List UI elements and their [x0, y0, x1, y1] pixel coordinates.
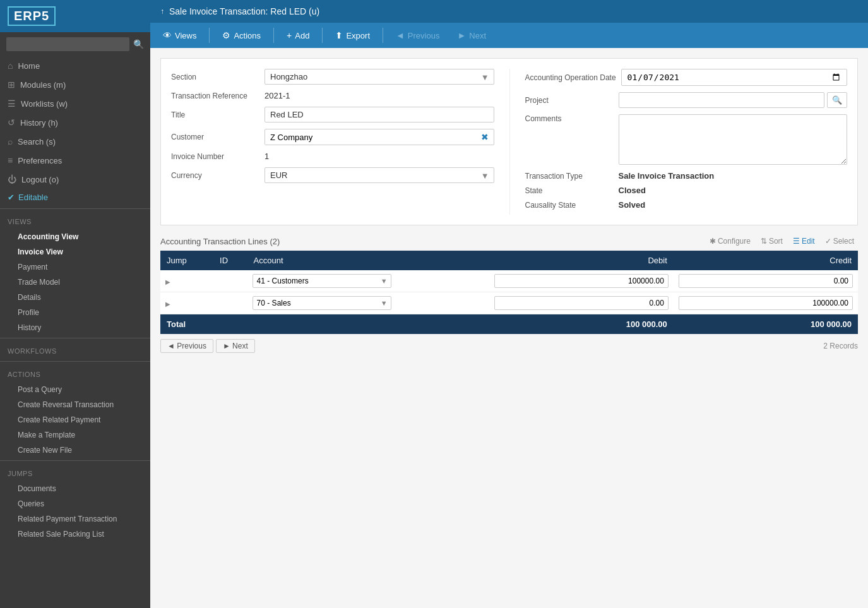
- row1-credit-input[interactable]: [679, 274, 853, 288]
- row2-arrow-icon[interactable]: ▶: [165, 301, 170, 307]
- toolbar-separator-4: [383, 28, 383, 43]
- pagination-buttons: ◄ Previous ► Next: [160, 339, 255, 353]
- row2-debit: [489, 292, 674, 314]
- project-search-button[interactable]: 🔍: [827, 92, 847, 108]
- row1-account-select[interactable]: 41 - Customers: [253, 274, 391, 288]
- export-button[interactable]: ⬆ Export: [328, 27, 378, 44]
- sidebar-item-related-payment[interactable]: Related Payment Transaction: [0, 511, 150, 527]
- accounting-section-title: Accounting Transaction Lines (2): [160, 237, 280, 246]
- total-row: Total 100 000.00 100 000.00: [160, 314, 858, 335]
- sidebar-item-logout-label: Logout (o): [21, 175, 59, 184]
- section-label: Section: [171, 73, 259, 81]
- sidebar-item-post-query[interactable]: Post a Query: [0, 382, 150, 397]
- views-icon: 👁: [163, 30, 172, 40]
- sort-icon: ⇅: [761, 237, 767, 246]
- sidebar-item-related-packing[interactable]: Related Sale Packing List: [0, 527, 150, 542]
- sidebar-item-trade-model[interactable]: Trade Model: [0, 275, 150, 290]
- customer-label: Customer: [171, 133, 259, 141]
- sidebar-item-details[interactable]: Details: [0, 290, 150, 305]
- previous-label: Previous: [408, 31, 440, 40]
- sidebar-item-logout[interactable]: ⏻ Logout (o): [0, 170, 150, 189]
- sidebar-item-history[interactable]: ↺ History (h): [0, 113, 150, 132]
- accounting-date-input[interactable]: [621, 69, 847, 86]
- total-debit: 100 000.00: [489, 314, 674, 335]
- actions-section-header: ACTIONS: [0, 367, 150, 382]
- sidebar-item-queries[interactable]: Queries: [0, 496, 150, 511]
- transaction-type-row: Transaction Type Sale Invoice Transactio…: [525, 171, 848, 181]
- sort-button[interactable]: ⇅ Sort: [757, 235, 787, 247]
- toolbar-separator-2: [273, 28, 274, 43]
- records-count: 2 Records: [823, 342, 858, 350]
- table-next-button[interactable]: ► Next: [216, 339, 255, 353]
- table-previous-button[interactable]: ◄ Previous: [160, 339, 213, 353]
- col-account: Account: [247, 251, 489, 270]
- invoice-number-row: Invoice Number 1: [171, 152, 494, 161]
- row1-arrow-icon[interactable]: ▶: [165, 278, 170, 285]
- sidebar-item-documents[interactable]: Documents: [0, 481, 150, 496]
- customer-clear-icon[interactable]: ✖: [476, 129, 494, 145]
- add-label: Add: [295, 31, 309, 40]
- sidebar-item-preferences-label: Preferences: [18, 156, 62, 165]
- state-row: State Closed: [525, 186, 848, 195]
- next-button[interactable]: ► Next: [449, 27, 494, 44]
- table-next-label: ► Next: [223, 342, 248, 350]
- sidebar-item-create-reversal[interactable]: Create Reversal Transaction: [0, 397, 150, 412]
- editable-item[interactable]: ✔ Editable: [0, 189, 150, 206]
- state-value: Closed: [619, 186, 646, 195]
- customer-input[interactable]: [265, 130, 476, 145]
- title-row: Title: [171, 107, 494, 122]
- configure-button[interactable]: ✱ Configure: [706, 235, 754, 247]
- comments-row: Comments: [525, 114, 848, 165]
- toolbar: 👁 Views ⚙ Actions + Add ⬆ Export ◄ Previ…: [150, 23, 868, 48]
- row1-debit-input[interactable]: [494, 274, 669, 288]
- currency-select-wrap: EUR ▼: [265, 167, 494, 183]
- search-nav-icon: ⌕: [8, 136, 13, 146]
- worklists-icon: ☰: [8, 98, 16, 109]
- sidebar-item-home[interactable]: ⌂ Home: [0, 56, 150, 75]
- sidebar-item-make-template[interactable]: Make a Template: [0, 427, 150, 443]
- row2-credit-input[interactable]: [679, 296, 853, 310]
- search-area: 🔍: [0, 32, 150, 56]
- transaction-type-label: Transaction Type: [525, 172, 614, 181]
- col-jump: Jump: [160, 251, 213, 270]
- title-input[interactable]: [265, 107, 494, 122]
- sidebar-item-search-label: Search (s): [18, 137, 56, 146]
- configure-label: Configure: [718, 237, 751, 246]
- row2-account-select[interactable]: 70 - Sales: [253, 296, 391, 310]
- sidebar-item-preferences[interactable]: ≡ Preferences: [0, 151, 150, 170]
- sidebar-item-payment[interactable]: Payment: [0, 259, 150, 275]
- sidebar-item-history-view[interactable]: History: [0, 320, 150, 335]
- title-arrow-icon: ↑: [160, 7, 164, 16]
- next-icon: ►: [457, 30, 466, 40]
- sidebar-item-invoice-view[interactable]: Invoice View: [0, 244, 150, 259]
- sidebar-item-search[interactable]: ⌕ Search (s): [0, 132, 150, 151]
- sidebar-item-accounting-view[interactable]: Accounting View: [0, 229, 150, 244]
- sidebar-item-worklists[interactable]: ☰ Worklists (w): [0, 94, 150, 113]
- page-title: Sale Invoice Transaction: Red LED (u): [169, 6, 319, 16]
- section-select[interactable]: Hongzhao: [265, 69, 494, 85]
- search-input[interactable]: [6, 37, 129, 51]
- add-button[interactable]: + Add: [279, 27, 317, 44]
- next-label: Next: [469, 31, 486, 40]
- accounting-date-row: Accounting Operation Date: [525, 69, 848, 86]
- search-icon[interactable]: 🔍: [133, 39, 144, 49]
- sidebar-item-create-payment[interactable]: Create Related Payment: [0, 412, 150, 427]
- comments-textarea[interactable]: [619, 114, 848, 165]
- select-button[interactable]: ✓ Select: [821, 235, 858, 247]
- section-select-wrap: Hongzhao ▼: [265, 69, 494, 85]
- sidebar-item-create-file[interactable]: Create New File: [0, 443, 150, 458]
- actions-button[interactable]: ⚙ Actions: [215, 27, 268, 44]
- causality-state-row: Causality State Solved: [525, 200, 848, 210]
- table-previous-label: ◄ Previous: [167, 342, 206, 350]
- total-credit: 100 000.00: [674, 314, 858, 335]
- row1-jump: ▶: [160, 270, 213, 292]
- currency-select[interactable]: EUR: [265, 167, 494, 183]
- edit-button[interactable]: ☰ Edit: [789, 235, 819, 247]
- previous-button[interactable]: ◄ Previous: [388, 27, 447, 44]
- views-button[interactable]: 👁 Views: [155, 27, 204, 44]
- sidebar-item-profile[interactable]: Profile: [0, 305, 150, 320]
- content-area: Section Hongzhao ▼ Transaction Reference…: [150, 48, 868, 608]
- row2-debit-input[interactable]: [494, 296, 669, 310]
- project-input[interactable]: [619, 92, 825, 108]
- sidebar-item-modules[interactable]: ⊞ Modules (m): [0, 75, 150, 94]
